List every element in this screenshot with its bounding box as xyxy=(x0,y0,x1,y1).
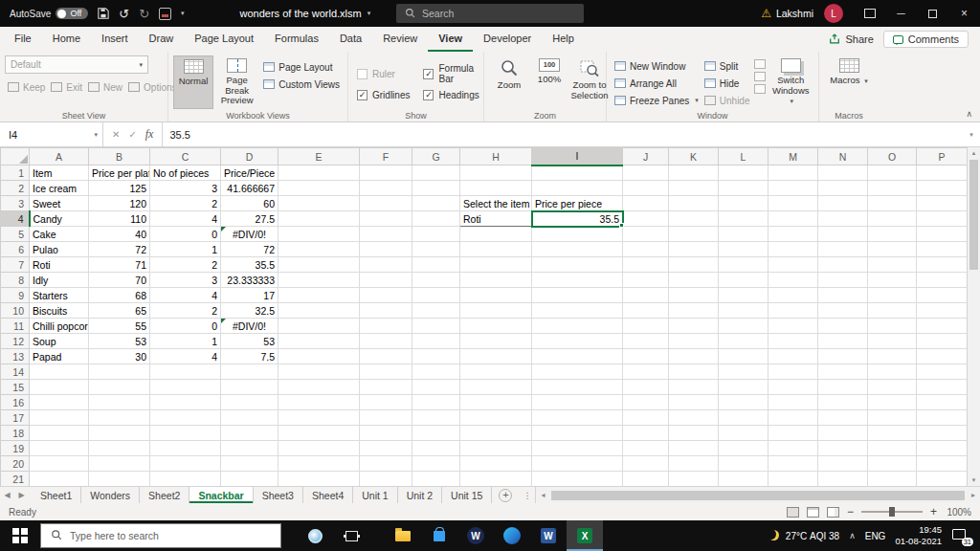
row-header-8[interactable]: 8 xyxy=(1,273,30,288)
cell-L8[interactable] xyxy=(719,273,768,288)
row-header-4[interactable]: 4 xyxy=(1,211,30,227)
cell-M17[interactable] xyxy=(768,410,818,426)
cell-B5[interactable]: 40 xyxy=(89,227,150,242)
cell-M9[interactable] xyxy=(768,288,818,303)
cell-N12[interactable] xyxy=(818,334,868,349)
row-header-13[interactable]: 13 xyxy=(1,349,30,364)
cell-E17[interactable] xyxy=(278,410,360,426)
cell-C16[interactable] xyxy=(150,395,221,410)
close-button[interactable]: × xyxy=(948,0,980,27)
reset-window-position-icon[interactable] xyxy=(754,84,766,94)
cell-O16[interactable] xyxy=(868,395,917,410)
cell-C20[interactable] xyxy=(150,456,221,472)
cell-B21[interactable] xyxy=(89,472,150,487)
cell-J3[interactable] xyxy=(623,196,669,211)
cell-B10[interactable]: 65 xyxy=(89,303,150,319)
cell-M5[interactable] xyxy=(768,227,818,242)
cell-C18[interactable] xyxy=(150,426,221,441)
exit-sheet-view-button[interactable]: Exit xyxy=(48,78,85,96)
zoom-in-button[interactable]: + xyxy=(930,505,937,518)
cell-M18[interactable] xyxy=(768,426,818,441)
start-button[interactable] xyxy=(0,520,40,551)
cell-J2[interactable] xyxy=(623,181,669,196)
cell-A20[interactable] xyxy=(30,456,89,472)
cell-O18[interactable] xyxy=(868,426,917,441)
cell-O9[interactable] xyxy=(868,288,917,303)
cell-C3[interactable]: 2 xyxy=(150,196,221,211)
weather-text[interactable]: 27°C AQI 38 xyxy=(786,531,839,541)
cell-F3[interactable] xyxy=(360,196,412,211)
cell-A4[interactable]: Candy xyxy=(30,211,89,227)
avatar[interactable]: L xyxy=(824,4,843,23)
collapse-ribbon-icon[interactable]: ∧ xyxy=(966,109,972,119)
cell-H16[interactable] xyxy=(460,395,532,410)
cell-P4[interactable] xyxy=(917,211,968,227)
w-app-icon[interactable]: W xyxy=(457,520,494,551)
cell-A19[interactable] xyxy=(30,441,89,456)
cell-J1[interactable] xyxy=(623,165,669,181)
cell-H2[interactable] xyxy=(460,181,532,196)
cell-N7[interactable] xyxy=(818,257,868,273)
column-header-C[interactable]: C xyxy=(150,148,221,165)
cell-F12[interactable] xyxy=(360,334,412,349)
cell-B20[interactable] xyxy=(89,456,150,472)
cell-L5[interactable] xyxy=(719,227,768,242)
cell-B12[interactable]: 53 xyxy=(89,334,150,349)
save-icon[interactable] xyxy=(98,8,109,19)
cell-G7[interactable] xyxy=(412,257,460,273)
column-header-N[interactable]: N xyxy=(818,148,868,165)
cell-A9[interactable]: Starters xyxy=(30,288,89,303)
row-header-12[interactable]: 12 xyxy=(1,334,30,349)
cell-M2[interactable] xyxy=(768,181,818,196)
sheet-tab-unit-1[interactable]: Unit 1 xyxy=(353,487,397,503)
keep-sheet-view-button[interactable]: Keep xyxy=(5,78,48,96)
cell-A21[interactable] xyxy=(30,472,89,487)
cell-P10[interactable] xyxy=(917,303,968,319)
cell-G4[interactable] xyxy=(412,211,460,227)
cell-I16[interactable] xyxy=(532,395,623,410)
cell-K12[interactable] xyxy=(669,334,719,349)
row-header-5[interactable]: 5 xyxy=(1,227,30,242)
sheet-view-dropdown[interactable]: Default ▾ xyxy=(5,55,148,74)
horizontal-scrollbar-thumb[interactable] xyxy=(551,491,965,500)
cell-P2[interactable] xyxy=(917,181,968,196)
cell-H19[interactable] xyxy=(460,441,532,456)
cell-O3[interactable] xyxy=(868,196,917,211)
cell-G5[interactable] xyxy=(412,227,460,242)
cell-F19[interactable] xyxy=(360,441,412,456)
cell-L19[interactable] xyxy=(719,441,768,456)
cell-I14[interactable] xyxy=(532,364,623,380)
cell-O8[interactable] xyxy=(868,273,917,288)
cell-M21[interactable] xyxy=(768,472,818,487)
cell-I5[interactable] xyxy=(532,227,623,242)
cell-P11[interactable] xyxy=(917,319,968,334)
macros-button[interactable]: Macros ▾ xyxy=(826,55,871,109)
cell-K8[interactable] xyxy=(669,273,719,288)
cell-B2[interactable]: 125 xyxy=(89,181,150,196)
row-header-18[interactable]: 18 xyxy=(1,426,30,441)
share-button[interactable]: Share xyxy=(829,33,873,46)
comments-button[interactable]: Comments xyxy=(883,31,969,48)
sheet-tab-snackbar[interactable]: Snackbar xyxy=(189,487,253,503)
cell-M10[interactable] xyxy=(768,303,818,319)
stamp-icon[interactable] xyxy=(159,8,171,20)
excel-icon[interactable]: X xyxy=(567,520,603,551)
cell-F1[interactable] xyxy=(360,165,412,181)
cell-A17[interactable] xyxy=(30,410,89,426)
taskbar-search[interactable]: Type here to search xyxy=(40,523,281,548)
column-header-K[interactable]: K xyxy=(669,148,719,165)
cell-L7[interactable] xyxy=(719,257,768,273)
cell-M8[interactable] xyxy=(768,273,818,288)
cell-M19[interactable] xyxy=(768,441,818,456)
column-header-G[interactable]: G xyxy=(412,148,460,165)
row-header-14[interactable]: 14 xyxy=(1,364,30,380)
tab-scrollbar-splitter[interactable]: ⋮ xyxy=(519,487,535,503)
cell-D8[interactable]: 23.333333 xyxy=(221,273,278,288)
cell-F9[interactable] xyxy=(360,288,412,303)
cell-C1[interactable]: No of pieces xyxy=(150,165,221,181)
cell-I19[interactable] xyxy=(532,441,623,456)
new-sheet-view-button[interactable]: New xyxy=(85,78,125,96)
column-header-P[interactable]: P xyxy=(917,148,968,165)
cell-G12[interactable] xyxy=(412,334,460,349)
cell-J19[interactable] xyxy=(623,441,669,456)
